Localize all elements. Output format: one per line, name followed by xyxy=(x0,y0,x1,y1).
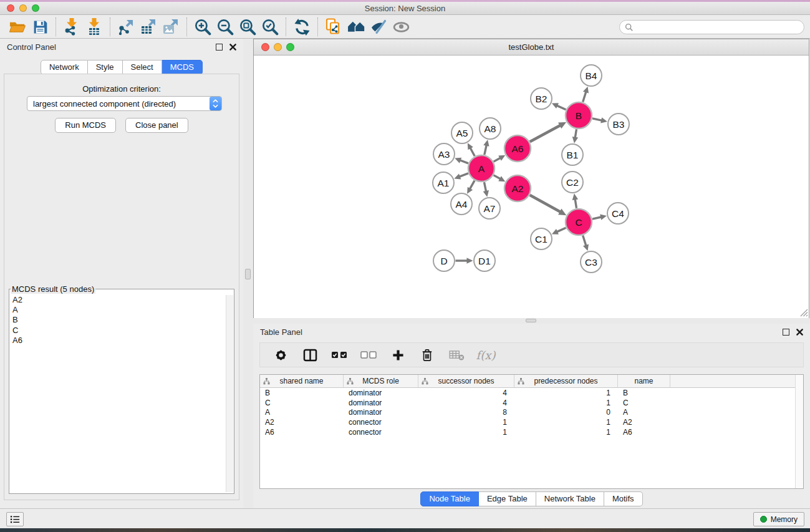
table-cell[interactable]: 8 xyxy=(418,408,514,417)
export-image-button[interactable] xyxy=(160,17,182,37)
graph-edge[interactable] xyxy=(530,195,561,212)
delete-column-button[interactable] xyxy=(417,345,438,365)
table-cell[interactable]: 1 xyxy=(418,428,514,437)
add-column-button[interactable] xyxy=(387,345,408,365)
table-cell[interactable]: dominator xyxy=(344,399,418,407)
tab-node-table[interactable]: Node Table xyxy=(420,491,479,506)
split-view-button[interactable] xyxy=(299,345,321,365)
task-history-button[interactable] xyxy=(6,512,24,526)
run-mcds-button[interactable]: Run MCDS xyxy=(55,118,116,133)
column-header-successor-nodes[interactable]: successor nodes xyxy=(418,375,514,387)
vertical-split-divider[interactable] xyxy=(243,39,253,508)
zoom-out-button[interactable] xyxy=(214,17,236,37)
graph-edge[interactable] xyxy=(575,198,576,208)
table-cell[interactable]: A xyxy=(260,408,344,417)
graph-edge[interactable] xyxy=(470,181,475,190)
table-cell[interactable]: 1 xyxy=(514,399,618,407)
table-cell[interactable]: A6 xyxy=(618,428,670,437)
graph-edge[interactable] xyxy=(575,129,576,138)
table-cell[interactable]: A6 xyxy=(260,428,344,437)
graph-edge[interactable] xyxy=(484,182,486,192)
table-cell[interactable]: 1 xyxy=(514,389,618,397)
tab-network-table[interactable]: Network Table xyxy=(536,491,604,506)
show-hide-button[interactable] xyxy=(390,17,412,37)
export-table-button[interactable] xyxy=(137,17,160,37)
resize-grip[interactable] xyxy=(799,308,808,317)
column-header-MCDS-role[interactable]: MCDS role xyxy=(344,375,418,387)
table-cell[interactable]: B xyxy=(618,389,670,397)
zoom-selected-button[interactable] xyxy=(259,17,281,37)
column-header-predecessor-nodes[interactable]: predecessor nodes xyxy=(514,375,618,387)
graph-edge[interactable] xyxy=(460,160,468,163)
table-cell[interactable]: C xyxy=(618,399,670,407)
close-panel-icon[interactable] xyxy=(229,44,236,51)
tab-mcds[interactable]: MCDS xyxy=(162,60,203,75)
column-header-shared-name[interactable]: shared name xyxy=(260,375,344,387)
graph-edge[interactable] xyxy=(530,125,561,142)
table-row[interactable]: Cdominator41C xyxy=(260,398,803,408)
open-session-button[interactable] xyxy=(6,17,29,37)
table-cell[interactable]: 1 xyxy=(514,418,618,427)
mcds-result-item[interactable]: A xyxy=(10,305,225,315)
table-cell[interactable]: dominator xyxy=(344,389,418,397)
table-cell[interactable]: A2 xyxy=(260,418,344,427)
tab-style[interactable]: Style xyxy=(88,60,123,75)
graph-edge[interactable] xyxy=(583,91,586,102)
mcds-result-item[interactable]: C xyxy=(10,326,225,336)
divider-handle[interactable] xyxy=(526,319,536,322)
divider-handle[interactable] xyxy=(245,269,251,279)
criterion-dropdown[interactable]: largest connected component (directed) xyxy=(27,96,222,111)
graph-edge[interactable] xyxy=(556,228,566,232)
close-panel-icon[interactable] xyxy=(796,329,803,336)
zoom-fit-button[interactable] xyxy=(236,17,259,37)
table-cell[interactable]: 1 xyxy=(418,418,514,427)
table-cell[interactable]: 0 xyxy=(514,408,618,417)
graph-edge[interactable] xyxy=(470,147,475,156)
mcds-result-item[interactable]: A6 xyxy=(10,336,225,346)
table-settings-button[interactable] xyxy=(270,345,291,365)
search-input[interactable] xyxy=(637,22,799,32)
table-cell[interactable]: A xyxy=(618,408,670,417)
close-panel-button[interactable]: Close panel xyxy=(125,118,188,133)
float-panel-icon[interactable] xyxy=(783,329,789,336)
deselect-all-button[interactable] xyxy=(358,345,379,365)
graphics-details-button[interactable] xyxy=(367,17,390,37)
result-list-scrollbar[interactable] xyxy=(226,295,233,492)
table-row[interactable]: A6connector11A6 xyxy=(260,427,803,437)
tab-motifs[interactable]: Motifs xyxy=(604,491,643,506)
network-canvas[interactable]: B4B2BB3A8A5A6A3B1AA1C2A2A4A7C4CC1C3DD1 xyxy=(254,56,809,318)
table-cell[interactable]: B xyxy=(260,389,344,397)
table-cell[interactable]: A2 xyxy=(618,418,670,427)
duplicate-network-button[interactable] xyxy=(322,17,345,37)
home-layout-button[interactable] xyxy=(345,17,367,37)
tab-select[interactable]: Select xyxy=(123,60,162,75)
float-panel-icon[interactable] xyxy=(216,44,223,51)
table-row[interactable]: Adominator80A xyxy=(260,408,803,418)
column-header-name[interactable]: name xyxy=(618,375,670,387)
refresh-button[interactable] xyxy=(291,17,313,37)
graph-edge[interactable] xyxy=(592,217,602,219)
save-session-button[interactable] xyxy=(29,17,51,37)
horizontal-split-divider[interactable] xyxy=(253,318,810,324)
graph-edge[interactable] xyxy=(556,105,566,110)
table-cell[interactable]: connector xyxy=(344,418,418,427)
table-row[interactable]: A2connector11A2 xyxy=(260,417,803,427)
zoom-in-button[interactable] xyxy=(191,17,214,37)
export-network-button[interactable] xyxy=(115,17,137,37)
memory-button[interactable]: Memory xyxy=(753,512,804,526)
graph-edge[interactable] xyxy=(583,235,586,246)
graph-edge[interactable] xyxy=(592,118,602,121)
tab-network[interactable]: Network xyxy=(41,60,88,75)
table-cell[interactable]: dominator xyxy=(344,408,418,417)
table-cell[interactable]: C xyxy=(260,399,344,407)
mcds-result-item[interactable]: B xyxy=(10,315,225,325)
table-row[interactable]: Bdominator41B xyxy=(260,388,803,398)
table-cell[interactable]: connector xyxy=(344,428,418,437)
mcds-result-item[interactable]: A2 xyxy=(10,295,225,305)
tab-edge-table[interactable]: Edge Table xyxy=(479,491,536,506)
graph-edge[interactable] xyxy=(459,173,468,177)
network-window-titlebar[interactable]: testGlobe.txt xyxy=(254,39,809,56)
table-scrollbar[interactable] xyxy=(795,375,803,488)
import-table-button[interactable] xyxy=(83,17,105,37)
table-cell[interactable]: 4 xyxy=(418,389,514,397)
